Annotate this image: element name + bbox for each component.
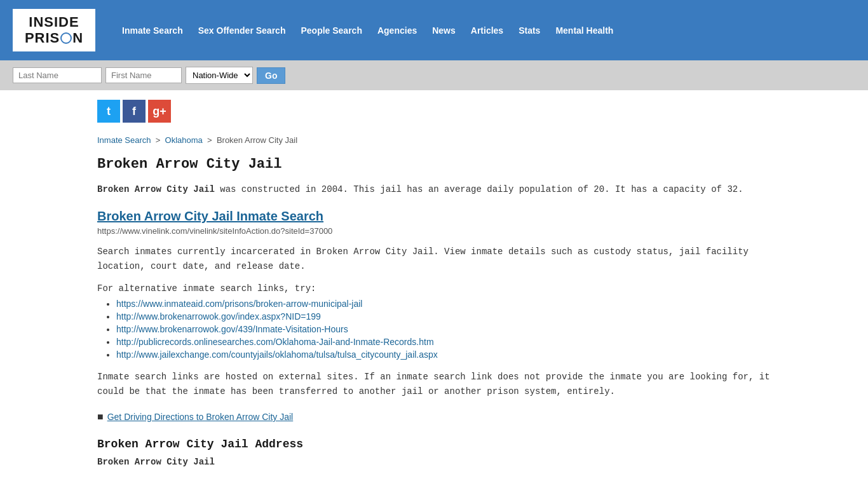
nav-people-search[interactable]: People Search [293, 23, 370, 38]
inmate-search-url: https://www.vinelink.com/vinelink/siteIn… [97, 226, 771, 236]
search-bar: Nation-Wide Go [0, 60, 868, 90]
go-button[interactable]: Go [257, 67, 285, 84]
driving-directions: ■ Get Driving Directions to Broken Arrow… [97, 411, 771, 423]
list-item: http://publicrecords.onlinesearches.com/… [116, 337, 771, 347]
alt-link-5[interactable]: http://www.jailexchange.com/countyjails/… [116, 349, 438, 360]
breadcrumb-current: Broken Arrow City Jail [217, 135, 297, 145]
breadcrumb-oklahoma[interactable]: Oklahoma [165, 135, 203, 145]
social-icons: t f g+ [97, 100, 771, 123]
driving-directions-link[interactable]: Get Driving Directions to Broken Arrow C… [107, 412, 294, 422]
page-description: Broken Arrow City Jail was constructed i… [97, 182, 771, 196]
breadcrumb-inmate-search[interactable]: Inmate Search [97, 135, 151, 145]
disclaimer: Inmate search links are hosted on extern… [97, 370, 771, 398]
description-body: was constructed in 2004. This jail has a… [215, 184, 743, 194]
list-item: http://www.jailexchange.com/countyjails/… [116, 349, 771, 360]
alt-link-4[interactable]: http://publicrecords.onlinesearches.com/… [116, 337, 434, 347]
alt-links-intro: For alternative inmate search links, try… [97, 283, 771, 294]
inmate-search-link[interactable]: Broken Arrow City Jail Inmate Search [97, 209, 771, 224]
twitter-button[interactable]: t [97, 100, 120, 123]
location-select[interactable]: Nation-Wide [186, 67, 253, 84]
main-nav: Inmate Search Sex Offender Search People… [114, 23, 621, 38]
google-plus-button[interactable]: g+ [148, 100, 171, 123]
nav-mental-health[interactable]: Mental Health [548, 23, 621, 38]
header: INSIDE PRISN Inmate Search Sex Offender … [0, 0, 868, 60]
logo-text: INSIDE PRISN [21, 15, 87, 45]
page-title: Broken Arrow City Jail [97, 156, 771, 172]
list-item: http://www.brokenarrowok.gov/index.aspx?… [116, 311, 771, 322]
logo-line1: INSIDE [21, 15, 87, 30]
nav-agencies[interactable]: Agencies [370, 23, 424, 38]
jail-name-bold: Broken Arrow City Jail [97, 184, 215, 194]
last-name-input[interactable] [13, 67, 102, 83]
alt-link-3[interactable]: http://www.brokenarrowok.gov/439/Inmate-… [116, 324, 348, 334]
nav-inmate-search[interactable]: Inmate Search [114, 23, 191, 38]
address-section-title: Broken Arrow City Jail Address [97, 438, 771, 451]
first-name-input[interactable] [105, 67, 182, 83]
search-description: Search inmates currently incarcerated in… [97, 245, 771, 273]
nav-articles[interactable]: Articles [463, 23, 511, 38]
address-facility-name: Broken Arrow City Jail [97, 457, 771, 467]
nav-news[interactable]: News [424, 23, 463, 38]
list-item: http://www.brokenarrowok.gov/439/Inmate-… [116, 324, 771, 334]
logo[interactable]: INSIDE PRISN [13, 9, 95, 51]
alt-link-2[interactable]: http://www.brokenarrowok.gov/index.aspx?… [116, 311, 321, 322]
alt-link-1[interactable]: https://www.inmateaid.com/prisons/broken… [116, 299, 362, 309]
breadcrumb: Inmate Search > Oklahoma > Broken Arrow … [97, 135, 771, 145]
car-icon: ■ [97, 411, 104, 423]
nav-stats[interactable]: Stats [511, 23, 548, 38]
main-content: t f g+ Inmate Search > Oklahoma > Broken… [85, 90, 783, 477]
facebook-button[interactable]: f [123, 100, 146, 123]
alt-links-list: https://www.inmateaid.com/prisons/broken… [116, 299, 771, 360]
nav-sex-offender-search[interactable]: Sex Offender Search [191, 23, 294, 38]
logo-line2: PRISN [21, 30, 87, 46]
list-item: https://www.inmateaid.com/prisons/broken… [116, 299, 771, 309]
